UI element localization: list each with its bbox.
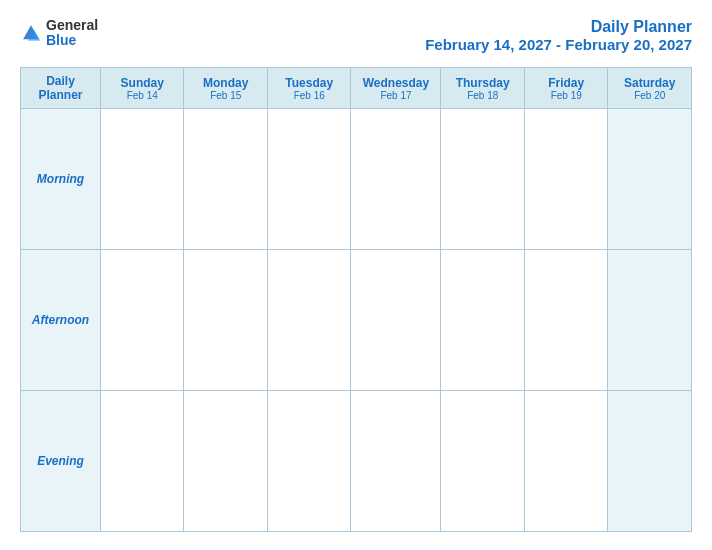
col-monday-date: Feb 15 [188, 90, 262, 101]
morning-tuesday[interactable] [267, 109, 350, 250]
col-tuesday-name: Tuesday [272, 76, 346, 90]
morning-label: Morning [21, 109, 101, 250]
row-evening: Evening [21, 391, 692, 532]
col-sunday: Sunday Feb 14 [101, 68, 184, 109]
header-label-line1: Daily [25, 74, 96, 88]
evening-sunday[interactable] [101, 391, 184, 532]
logo-text: General Blue [46, 18, 98, 49]
morning-saturday[interactable] [608, 109, 692, 250]
col-tuesday-date: Feb 16 [272, 90, 346, 101]
evening-saturday[interactable] [608, 391, 692, 532]
col-saturday: Saturday Feb 20 [608, 68, 692, 109]
col-thursday-name: Thursday [445, 76, 519, 90]
page: General Blue Daily Planner February 14, … [0, 0, 712, 550]
afternoon-tuesday[interactable] [267, 250, 350, 391]
col-saturday-name: Saturday [612, 76, 687, 90]
morning-sunday[interactable] [101, 109, 184, 250]
col-monday: Monday Feb 15 [184, 68, 267, 109]
planner-date-range: February 14, 2027 - February 20, 2027 [425, 36, 692, 53]
col-friday: Friday Feb 19 [524, 68, 607, 109]
header-label-line2: Planner [25, 88, 96, 102]
morning-thursday[interactable] [441, 109, 524, 250]
header: General Blue Daily Planner February 14, … [20, 18, 692, 53]
row-afternoon: Afternoon [21, 250, 692, 391]
col-tuesday: Tuesday Feb 16 [267, 68, 350, 109]
col-sunday-date: Feb 14 [105, 90, 179, 101]
afternoon-label: Afternoon [21, 250, 101, 391]
col-sunday-name: Sunday [105, 76, 179, 90]
col-wednesday-name: Wednesday [355, 76, 436, 90]
morning-monday[interactable] [184, 109, 267, 250]
planner-title: Daily Planner [425, 18, 692, 36]
logo: General Blue [20, 18, 98, 49]
afternoon-wednesday[interactable] [351, 250, 441, 391]
col-monday-name: Monday [188, 76, 262, 90]
evening-friday[interactable] [524, 391, 607, 532]
col-thursday: Thursday Feb 18 [441, 68, 524, 109]
col-friday-name: Friday [529, 76, 603, 90]
logo-icon [20, 22, 42, 44]
logo-general-text: General [46, 18, 98, 33]
evening-monday[interactable] [184, 391, 267, 532]
afternoon-saturday[interactable] [608, 250, 692, 391]
col-thursday-date: Feb 18 [445, 90, 519, 101]
table-header-row: Daily Planner Sunday Feb 14 Monday Feb 1… [21, 68, 692, 109]
morning-friday[interactable] [524, 109, 607, 250]
afternoon-friday[interactable] [524, 250, 607, 391]
logo-blue-text: Blue [46, 33, 98, 48]
morning-wednesday[interactable] [351, 109, 441, 250]
col-saturday-date: Feb 20 [612, 90, 687, 101]
title-block: Daily Planner February 14, 2027 - Februa… [425, 18, 692, 53]
planner-table: Daily Planner Sunday Feb 14 Monday Feb 1… [20, 67, 692, 532]
header-daily-planner: Daily Planner [21, 68, 101, 109]
col-wednesday-date: Feb 17 [355, 90, 436, 101]
afternoon-thursday[interactable] [441, 250, 524, 391]
col-friday-date: Feb 19 [529, 90, 603, 101]
afternoon-monday[interactable] [184, 250, 267, 391]
evening-thursday[interactable] [441, 391, 524, 532]
afternoon-sunday[interactable] [101, 250, 184, 391]
evening-label: Evening [21, 391, 101, 532]
evening-tuesday[interactable] [267, 391, 350, 532]
row-morning: Morning [21, 109, 692, 250]
evening-wednesday[interactable] [351, 391, 441, 532]
col-wednesday: Wednesday Feb 17 [351, 68, 441, 109]
